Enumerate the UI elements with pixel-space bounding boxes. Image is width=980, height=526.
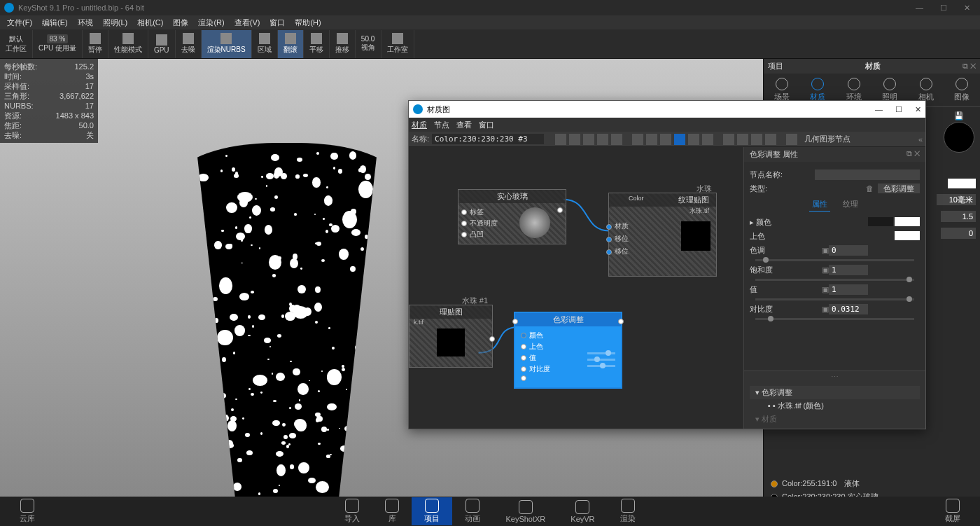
mg-tool-13[interactable] (737, 134, 748, 145)
property-slider[interactable] (755, 318, 914, 320)
link-icon[interactable]: ▣ (822, 246, 829, 255)
node-color-adjust[interactable]: 色彩调整 颜色 上色 值 对比度 (514, 312, 622, 389)
port-in[interactable] (461, 232, 467, 237)
property-slider[interactable] (755, 298, 914, 300)
color-swatch[interactable] (895, 217, 920, 226)
mg-tool-10[interactable] (688, 134, 699, 145)
port-in[interactable] (521, 344, 526, 349)
port-in[interactable] (521, 355, 526, 361)
bottom-button[interactable]: 导入 (332, 497, 372, 525)
menu-item[interactable]: 图像 (169, 16, 192, 29)
property-input[interactable] (829, 265, 868, 275)
toolbar-button[interactable]: 83 %CPU 使用量 (33, 30, 83, 58)
port-in[interactable] (521, 375, 526, 381)
tree-item[interactable]: ▪ ▪ 水珠.tif (颜色) (750, 399, 920, 413)
toolbar-button[interactable]: GPU (148, 30, 176, 58)
mg-tool-11[interactable] (702, 134, 713, 145)
color-swatch[interactable] (895, 231, 920, 240)
port-in[interactable] (606, 224, 612, 230)
field-2[interactable] (941, 211, 976, 222)
window-close[interactable]: ✕ (964, 4, 970, 13)
save-preset-icon[interactable]: 💾 (954, 111, 964, 120)
node-type-value[interactable]: 色彩调整 (878, 184, 920, 193)
window-minimize[interactable]: — (916, 4, 923, 13)
menu-item[interactable]: 照明(L) (99, 16, 132, 29)
bottom-button[interactable]: 库 (372, 497, 412, 525)
material-graph-window[interactable]: 材质图 — ☐ ✕ 材质节点查看窗口 名称: Color:230:230:230… (408, 100, 926, 429)
mg-tool-5[interactable] (611, 134, 622, 145)
field-1[interactable] (937, 194, 976, 205)
port-in[interactable] (512, 319, 518, 324)
mg-tool-4[interactable] (597, 134, 608, 145)
mg-tool-8[interactable] (660, 134, 671, 145)
mg-maximize[interactable]: ☐ (895, 105, 902, 114)
window-maximize[interactable]: ☐ (940, 4, 947, 13)
port-in[interactable] (606, 249, 612, 255)
mg-tool-3[interactable] (583, 134, 594, 145)
link-icon[interactable]: ▣ (822, 285, 829, 294)
property-input[interactable] (829, 304, 868, 314)
toolbar-button[interactable]: 50.0视角 (356, 30, 382, 58)
mg-tool-12[interactable] (723, 134, 734, 145)
bottom-button[interactable]: KeyVR (558, 497, 607, 525)
toolbar-button[interactable]: 渲染NURBS (202, 30, 252, 58)
mg-tool-14[interactable] (751, 134, 762, 145)
toolbar-button[interactable]: 平移 (304, 30, 330, 58)
port-out[interactable] (489, 336, 495, 342)
menu-item[interactable]: 渲染(R) (194, 16, 228, 29)
node-solid-glass[interactable]: 实心玻璃 标签 不透明度 凸凹 (458, 189, 566, 244)
toolbar-button[interactable]: 默认工作区 (0, 30, 33, 58)
mg-tool-2[interactable] (569, 134, 580, 145)
port-out[interactable] (618, 319, 624, 324)
undock-icon[interactable]: ⧉ ✕ (962, 62, 976, 71)
tree-item[interactable]: ▾ 色彩调整 (750, 386, 920, 399)
mg-menu-item[interactable]: 查看 (456, 120, 472, 130)
mg-menu-item[interactable]: 窗口 (479, 120, 494, 130)
project-tab[interactable]: 项目 (768, 61, 783, 71)
menu-item[interactable]: 环境 (74, 16, 97, 29)
property-slider[interactable] (755, 259, 914, 261)
mg-expand-icon[interactable]: « (918, 135, 923, 144)
tab-properties[interactable]: 属性 (809, 198, 830, 212)
bottom-button[interactable]: 云库 (7, 497, 48, 525)
link-icon[interactable]: ▣ (822, 305, 829, 314)
menu-item[interactable]: 相机(C) (133, 16, 167, 29)
mg-tool-6[interactable] (632, 134, 643, 145)
toolbar-button[interactable]: 翻滚 (278, 30, 304, 58)
menu-item[interactable]: 文件(F) (3, 16, 36, 29)
mg-tool-9[interactable] (674, 134, 685, 145)
menu-item[interactable]: 编辑(E) (38, 16, 72, 29)
port-in[interactable] (461, 209, 467, 215)
project-tab[interactable]: 图像 (950, 76, 974, 104)
mg-side-undock[interactable]: ⧉ ✕ (906, 149, 920, 160)
mg-titlebar[interactable]: 材质图 — ☐ ✕ (409, 101, 925, 118)
node-texture-map-2[interactable]: 水珠 #1 理贴图 k.tif (409, 305, 493, 368)
property-input[interactable] (829, 284, 868, 295)
geom-node-button[interactable]: 几何图形节点 (800, 133, 855, 145)
delete-icon[interactable]: 🗑 (866, 184, 874, 193)
color-swatch[interactable] (868, 217, 893, 226)
mg-close[interactable]: ✕ (915, 105, 921, 114)
color-swatch-1[interactable] (948, 179, 976, 188)
toolbar-button[interactable]: 去噪 (176, 30, 202, 58)
mg-menu-item[interactable]: 材质 (412, 120, 427, 130)
drag-handle[interactable]: ⋯ (744, 371, 925, 383)
mg-tool-7[interactable] (646, 134, 657, 145)
material-list-item[interactable]: Color:255:191:0 液体 (768, 477, 976, 490)
menu-item[interactable]: 查看(V) (230, 16, 265, 29)
property-slider[interactable] (755, 279, 914, 281)
property-input[interactable] (829, 245, 868, 256)
material-thumbnail[interactable] (944, 122, 974, 153)
tab-textures[interactable]: 纹理 (840, 198, 861, 212)
menu-item[interactable]: 帮助(H) (290, 16, 325, 29)
mg-menu-item[interactable]: 节点 (434, 120, 449, 130)
bottom-button[interactable]: 渲染 (608, 497, 648, 525)
mg-tool-15[interactable] (765, 134, 776, 145)
bottom-button[interactable]: 项目 (412, 497, 452, 525)
field-3[interactable] (941, 228, 976, 239)
mg-minimize[interactable]: — (875, 105, 883, 114)
port-out[interactable] (557, 207, 563, 213)
node-texture-map[interactable]: 水珠 Color 纹理贴图 水珠.tif 材质 移位 移位 (608, 193, 717, 277)
tree-item[interactable]: ▾ 材质 (750, 413, 920, 426)
mg-name-field[interactable]: Color:230:230:230 #3 (432, 134, 544, 144)
